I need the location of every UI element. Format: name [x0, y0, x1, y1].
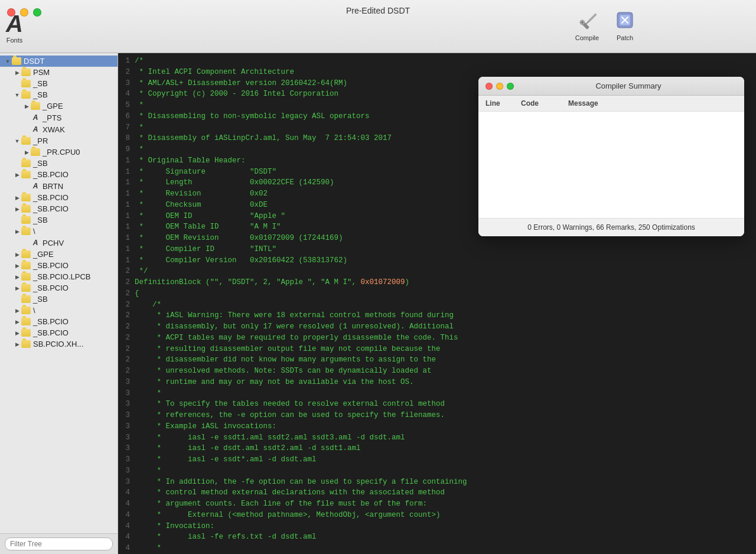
- fonts-label: Fonts: [6, 37, 23, 44]
- folder-icon-dsdt: [12, 57, 21, 65]
- folder-icon-sb-pcio7: [21, 329, 31, 337]
- cs-close-button[interactable]: [485, 83, 493, 90]
- cs-maximize-button[interactable]: [507, 83, 514, 90]
- folder-icon-pr-cpu0: [31, 148, 40, 156]
- sidebar-item-sb-pcio4[interactable]: _SB.PCIO: [0, 260, 118, 271]
- cs-minimize-button[interactable]: [496, 83, 503, 90]
- compiler-summary-header: Line Code Message: [478, 96, 744, 112]
- sidebar-item-label: _SB: [33, 159, 114, 168]
- sidebar-item-sb-pcio6[interactable]: _SB.PCIO: [0, 316, 118, 327]
- tree-arrow-gpe2: [13, 250, 21, 259]
- tree-arrow-dsdt: [4, 57, 12, 66]
- code-line: 4 *: [118, 543, 756, 554]
- code-line: 2 * Intel ACPI Component Architecture: [118, 67, 756, 78]
- tree-arrow-sb-pcio2: [13, 194, 21, 202]
- sidebar-item-pts[interactable]: A _PTS: [0, 112, 118, 123]
- sidebar-item-sb5[interactable]: _SB: [0, 294, 118, 305]
- folder-icon-sb4: [21, 216, 31, 224]
- compile-button[interactable]: Compile: [574, 7, 600, 41]
- col-line: Line: [485, 99, 521, 107]
- sidebar-item-pr1[interactable]: _PR: [0, 135, 118, 146]
- tree-arrow-sb-pcio3: [13, 205, 21, 213]
- sidebar-item-brtn[interactable]: A BRTN: [0, 180, 118, 192]
- code-line: 2 * ACPI tables may be required to prope…: [118, 333, 756, 344]
- sidebar-item-label: _GPE: [43, 102, 114, 110]
- sidebar-item-sb-pcio1[interactable]: _SB.PCIO: [0, 169, 118, 180]
- sidebar-item-backslash1[interactable]: \: [0, 226, 118, 237]
- sidebar-item-sb4[interactable]: _SB: [0, 214, 118, 226]
- sidebar-item-backslash2[interactable]: \: [0, 305, 118, 316]
- folder-icon-gpe2: [21, 250, 31, 258]
- file-tree[interactable]: DSDT PSM _SB _SB _GPE: [0, 53, 118, 533]
- folder-icon-sb-pcio4: [21, 262, 31, 269]
- code-line: 4 * argument counts. Each line of the fi…: [118, 498, 756, 510]
- folder-icon-psm: [21, 69, 31, 76]
- sidebar-item-sb3[interactable]: _SB: [0, 158, 118, 169]
- sidebar-item-label: _SB.PCIO: [33, 261, 114, 270]
- sidebar-item-sb-pcio7[interactable]: _SB.PCIO: [0, 327, 118, 338]
- sidebar-item-label: \: [33, 227, 114, 236]
- tree-arrow-sb-pcio7: [13, 329, 21, 337]
- code-line: 3 *: [118, 465, 756, 477]
- sidebar-item-label: DSDT: [24, 57, 114, 66]
- compiler-summary-title: Compiler Summary: [520, 82, 737, 90]
- col-message: Message: [568, 99, 737, 107]
- tree-arrow-backslash2: [13, 307, 21, 315]
- code-line: 2 * resulting disassembler output file m…: [118, 344, 756, 355]
- folder-icon-sb-pcio6: [21, 318, 31, 325]
- file-icon-pts: A: [31, 113, 40, 122]
- sidebar-item-label: _PR.CPU0: [43, 148, 114, 157]
- tree-arrow-sb-pcio1: [13, 171, 21, 179]
- tree-arrow-pr1: [13, 137, 21, 145]
- sidebar-item-sb-pcio2[interactable]: _SB.PCIO: [0, 192, 118, 203]
- sidebar-item-pchv[interactable]: A PCHV: [0, 237, 118, 249]
- sidebar-item-gpe1[interactable]: _GPE: [0, 100, 118, 112]
- col-code: Code: [521, 99, 568, 107]
- sidebar-item-label: _PTS: [43, 113, 114, 122]
- folder-icon-sb-pcio5: [21, 284, 31, 292]
- sidebar-item-dsdt[interactable]: DSDT: [0, 56, 118, 67]
- code-line: 4 * Invocation:: [118, 521, 756, 532]
- folder-icon-pr1: [21, 137, 31, 145]
- sidebar-item-label: _GPE: [33, 250, 114, 259]
- code-line: 3 * runtime and may or may not be availa…: [118, 377, 756, 388]
- sidebar-item-psm[interactable]: PSM: [0, 67, 118, 78]
- sidebar-item-label: _SB: [33, 79, 114, 88]
- code-line: 2{: [118, 288, 756, 299]
- compiler-summary-footer: 0 Errors, 0 Warnings, 66 Remarks, 250 Op…: [478, 218, 744, 236]
- sidebar-item-sb-pcio3[interactable]: _SB.PCIO: [0, 203, 118, 214]
- sidebar-item-label: _SB.PCIO: [33, 317, 114, 326]
- folder-icon-sb-pcio-lpcb: [21, 273, 31, 281]
- tree-arrow-sb-pcio-xh: [13, 340, 21, 348]
- sidebar-item-label: PCHV: [43, 239, 114, 247]
- maximize-button[interactable]: [33, 8, 41, 17]
- tree-arrow-sb5: [13, 295, 21, 304]
- compiler-summary-titlebar: Compiler Summary: [478, 77, 744, 96]
- tree-arrow-pts: [22, 113, 31, 122]
- code-line: 2 * disassembly, but only 17 were resolv…: [118, 321, 756, 333]
- sidebar-item-xwak[interactable]: A XWAK: [0, 123, 118, 135]
- fonts-app-icon: A Fonts: [6, 12, 23, 44]
- sidebar-item-sb-pcio-lpcb[interactable]: _SB.PCIO.LPCB: [0, 271, 118, 282]
- sidebar-item-sb-pcio-xh[interactable]: SB.PCIO.XH...: [0, 338, 118, 350]
- patch-button[interactable]: Patch: [612, 7, 638, 41]
- tree-arrow-sb3: [13, 159, 21, 168]
- compiler-summary-body: [478, 112, 744, 218]
- code-line: 3 * iasl -e ssdt*.aml -d dsdt.aml: [118, 454, 756, 465]
- tree-arrow-sb1: [13, 80, 21, 88]
- sidebar-item-pr-cpu0[interactable]: _PR.CPU0: [0, 146, 118, 158]
- filter-tree-input[interactable]: [5, 537, 113, 550]
- sidebar-item-label: _SB: [33, 90, 114, 99]
- tree-arrow-xwak: [22, 125, 31, 133]
- code-line: 4 * iasl -fe refs.txt -d dsdt.aml: [118, 532, 756, 543]
- svg-rect-4: [586, 21, 589, 25]
- tree-arrow-backslash1: [13, 227, 21, 236]
- sidebar-item-sb1[interactable]: _SB: [0, 78, 118, 89]
- sidebar-item-sb2[interactable]: _SB: [0, 89, 118, 100]
- folder-icon-sb3: [21, 159, 31, 167]
- file-icon-xwak: A: [31, 125, 40, 134]
- sidebar-item-sb-pcio5[interactable]: _SB.PCIO: [0, 282, 118, 294]
- code-line: 3 * references, the -e option can be use…: [118, 410, 756, 421]
- compiler-summary-panel: Compiler Summary Line Code Message 0 Err…: [478, 77, 744, 236]
- sidebar-item-gpe2[interactable]: _GPE: [0, 249, 118, 260]
